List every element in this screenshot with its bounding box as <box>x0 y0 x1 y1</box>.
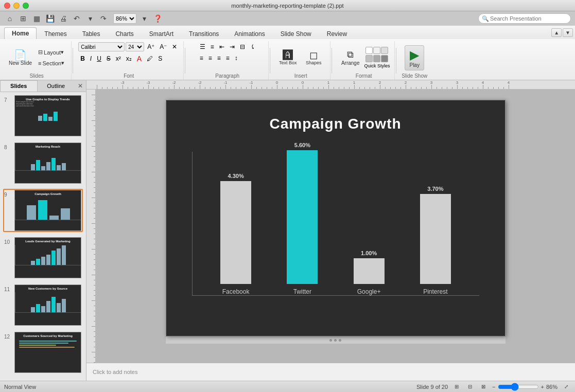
layout-button[interactable]: ⊟ Layout ▾ <box>36 47 67 57</box>
ruler-v-tick <box>94 357 96 358</box>
indent-more-button[interactable]: ⇥ <box>228 42 237 51</box>
zoom-plus-button[interactable]: + <box>541 384 544 390</box>
zoom-minus-button[interactable]: − <box>492 384 495 390</box>
font-size-select[interactable]: 24 <box>126 42 144 51</box>
align-left-button[interactable]: ≡ <box>198 54 205 63</box>
superscript-button[interactable]: x² <box>114 54 123 63</box>
ruler-v-tick <box>92 198 96 198</box>
section-button[interactable]: ≡ Section ▾ <box>36 58 67 68</box>
bar-group: 4.30%Facebook <box>220 173 251 295</box>
slide-7-title: Use Graphs to Display Trends <box>15 96 81 101</box>
font-color-button[interactable]: A <box>135 54 144 64</box>
close-button[interactable] <box>4 3 10 9</box>
bar-label: Twitter <box>293 288 311 295</box>
undo-dropdown-icon[interactable]: ▾ <box>84 13 96 24</box>
tab-themes[interactable]: Themes <box>37 28 74 40</box>
slide[interactable]: Campaign Growth 4.30%Facebook5.60%Twitte… <box>166 100 506 336</box>
undo-icon[interactable]: ↶ <box>71 13 82 24</box>
normal-view-button[interactable]: ⊞ <box>452 383 461 391</box>
play-button[interactable]: ▶ Play <box>405 45 424 70</box>
ruler-v-tick <box>94 208 96 208</box>
italic-button[interactable]: I <box>88 54 94 63</box>
redo-icon[interactable]: ↷ <box>98 13 109 24</box>
bar-group: 5.60%Twitter <box>287 142 318 295</box>
strikethrough-button[interactable]: S <box>104 54 113 63</box>
tab-tables[interactable]: Tables <box>75 28 108 40</box>
thumb-bar <box>41 166 45 170</box>
panel-tab-slides[interactable]: Slides <box>0 80 38 92</box>
style-swatch-4[interactable] <box>365 55 373 62</box>
new-slide-button[interactable]: 📄 New Slide <box>6 48 34 67</box>
slides-icon[interactable]: ▦ <box>31 13 42 24</box>
notes-area[interactable]: Click to add notes <box>86 363 575 381</box>
ribbon-down-button[interactable]: ▼ <box>563 28 573 37</box>
text-box-button[interactable]: 🅰 Text Box <box>275 48 300 67</box>
minimize-button[interactable] <box>13 3 20 9</box>
underline-button[interactable]: U <box>95 54 103 63</box>
zoom-slider[interactable] <box>498 384 539 389</box>
zoom-dropdown-icon[interactable]: ▾ <box>138 13 150 24</box>
fit-window-button[interactable]: ⤢ <box>562 383 571 391</box>
save-icon[interactable]: 💾 <box>44 13 56 24</box>
indent-less-button[interactable]: ⇤ <box>217 42 226 51</box>
highlight-button[interactable]: 🖊 <box>145 54 155 63</box>
bar-rect <box>354 258 385 284</box>
font-name-select[interactable]: Calibri <box>78 42 125 51</box>
slide-thumb-img-8: Marketing Reach <box>14 142 81 184</box>
align-right-button[interactable]: ≡ <box>215 54 223 63</box>
style-swatch-6[interactable] <box>381 55 388 62</box>
arrange-button[interactable]: ⧉ Arrange <box>338 48 363 67</box>
panel-close-button[interactable]: ✕ <box>75 80 86 92</box>
columns-button[interactable]: ⊟ <box>238 42 247 51</box>
slide-thumbnail-8[interactable]: 8 Marketing Reach <box>3 141 83 185</box>
subscript-button[interactable]: x₂ <box>124 54 134 63</box>
style-swatch-2[interactable] <box>373 47 380 54</box>
help-icon[interactable]: ❓ <box>152 13 163 24</box>
maximize-button[interactable] <box>23 3 29 9</box>
slide-sorter-button[interactable]: ⊟ <box>465 383 475 391</box>
slide-num-9: 9 <box>4 192 12 198</box>
panel-tab-outline[interactable]: Outline <box>38 80 75 92</box>
reading-view-button[interactable]: ⊠ <box>479 383 488 391</box>
tab-home[interactable]: Home <box>4 27 37 40</box>
horizontal-scrollbar[interactable] <box>166 336 506 344</box>
slide-thumbnail-9[interactable]: 9 Campaign Growth <box>3 189 83 232</box>
align-center-button[interactable]: ≡ <box>206 54 214 63</box>
justify-button[interactable]: ≡ <box>224 54 232 63</box>
grid-icon[interactable]: ⊞ <box>18 13 29 24</box>
tab-charts[interactable]: Charts <box>108 28 141 40</box>
grow-font-button[interactable]: A⁺ <box>145 42 156 51</box>
tab-smartart[interactable]: SmartArt <box>142 28 181 40</box>
slide-thumbnail-12[interactable]: 12 Customers Sourced by Marketing <box>3 331 83 374</box>
bold-button[interactable]: B <box>78 54 87 63</box>
text-direction-button[interactable]: ⤹ <box>248 42 257 51</box>
shrink-font-button[interactable]: A⁻ <box>158 42 169 51</box>
tab-slideshow[interactable]: Slide Show <box>273 28 319 40</box>
ribbon-up-button[interactable]: ▲ <box>551 28 562 37</box>
line-spacing-button[interactable]: ↕ <box>233 54 240 63</box>
shadow-button[interactable]: S <box>156 54 164 63</box>
thumb-bar <box>51 251 56 265</box>
slide-canvas[interactable]: Campaign Growth 4.30%Facebook5.60%Twitte… <box>96 90 575 363</box>
zoom-slider-area: − + 86% <box>492 384 557 390</box>
ruler-v-tick <box>94 295 96 296</box>
slide-thumbnail-11[interactable]: 11 New Customers by Source <box>3 283 83 327</box>
sep2 <box>185 48 185 74</box>
search-input[interactable] <box>478 13 571 24</box>
style-swatch-1[interactable] <box>365 47 373 54</box>
style-swatch-3[interactable] <box>381 47 388 54</box>
slide-thumbnail-10[interactable]: 10 Leads Generated by Marketing <box>3 236 83 279</box>
shapes-button[interactable]: ◻ Shapes <box>301 48 326 67</box>
clear-format-button[interactable]: ✕ <box>170 42 179 51</box>
print-icon[interactable]: 🖨 <box>58 13 69 24</box>
slide-thumbnail-7[interactable]: 7 Use Graphs to Display Trends Some samp… <box>3 94 83 137</box>
zoom-select[interactable]: 86% <box>113 13 136 24</box>
tab-review[interactable]: Review <box>319 28 355 40</box>
ruler-v-tick <box>94 136 96 136</box>
bullets-button[interactable]: ☰ <box>198 42 207 51</box>
tab-transitions[interactable]: Transitions <box>181 28 226 40</box>
numbering-button[interactable]: ≡ <box>208 42 216 51</box>
style-swatch-5[interactable] <box>373 55 380 62</box>
tab-animations[interactable]: Animations <box>226 28 272 40</box>
home-icon[interactable]: ⌂ <box>4 13 15 24</box>
